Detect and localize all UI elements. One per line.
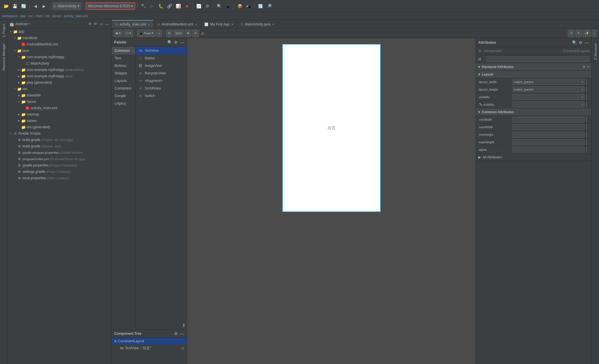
attr-minheight-value[interactable] (512, 132, 585, 138)
attr-maxheight-value[interactable] (512, 139, 585, 145)
tree-app[interactable]: ▾📁app (8, 28, 111, 35)
tree-mainactivity[interactable]: CMainActivity (8, 60, 111, 67)
project-gear-btn[interactable]: ⚙ (93, 21, 98, 27)
zoom-out-btn[interactable]: ⊖ (166, 30, 173, 37)
attr-layout-height-value[interactable]: match_parent ▾ (512, 87, 585, 92)
tree-layout[interactable]: ▾📁layout (8, 98, 111, 105)
palette-cat-common[interactable]: Common (112, 47, 135, 54)
bc-file[interactable]: activity_main.xml (64, 14, 88, 18)
palette-item-fragment[interactable]: <> <fragment> (135, 77, 187, 85)
palette-cat-widgets[interactable]: Widgets (112, 69, 135, 77)
attr-visibility-2-value[interactable]: ▾ (512, 102, 585, 107)
bc-src[interactable]: src (28, 14, 33, 18)
bc-app[interactable]: app (20, 14, 25, 18)
tree-androidmanifest[interactable]: 🔴AndroidManifest.xml (8, 41, 111, 47)
api-btn[interactable]: » (156, 30, 162, 37)
tab-close-activity-main[interactable]: ✕ (148, 23, 150, 26)
tree-gradle-scripts[interactable]: ▾⚙Gradle Scripts (8, 130, 111, 137)
palette-cat-text[interactable]: Text (112, 54, 135, 62)
search-everywhere-btn[interactable]: 🔎 (265, 2, 273, 10)
main-activity-dropdown[interactable]: ▷ MainActivity ▾ (52, 2, 81, 10)
save-btn[interactable]: 💾 (11, 2, 19, 10)
tab-close-mainactivity-java[interactable]: ✕ (272, 23, 274, 26)
constraints-btn[interactable]: ✎ (575, 30, 582, 37)
palette-item-switch[interactable]: ⊙ Switch (135, 92, 187, 100)
palette-item-button[interactable]: □ Button (135, 54, 187, 62)
common-attributes-section[interactable]: ▾ Common Attributes (476, 108, 591, 116)
tab-my-first-app[interactable]: ⬜ My First App ✕ (201, 20, 237, 28)
tree-build-gradle-project[interactable]: ⚙build.gradle (Project: My First App) (8, 137, 111, 143)
tree-gradle-properties[interactable]: ⚙gradle.properties (Project Properties) (8, 162, 111, 169)
tree-package-androidtest[interactable]: ▶📁com.example.myfirstapp (androidTest) (8, 67, 111, 73)
palette-search-btn[interactable]: 🔍 (167, 40, 172, 45)
profile-btn[interactable]: 📊 (174, 2, 182, 10)
structure-tab[interactable]: Z: Structure (593, 41, 598, 63)
tree-build-gradle-module[interactable]: ⚙build.gradle (Module: app) (8, 143, 111, 149)
declared-attributes-section[interactable]: ▾ Declared Attributes + − (476, 63, 591, 71)
declared-attr-add-btn[interactable]: + (582, 65, 585, 69)
project-close-btn[interactable]: — (105, 21, 110, 27)
cpu-profiler-btn[interactable]: ⚙ (204, 2, 211, 10)
sync-gradle-btn[interactable]: 🔃 (257, 2, 264, 10)
tree-res-generated[interactable]: 📁res (generated) (8, 124, 111, 130)
all-attributes-section[interactable]: ▶ All Attributes (476, 153, 591, 161)
device-manager-btn[interactable]: 📱 (224, 2, 232, 10)
project-tab[interactable]: 1: Project (1, 21, 6, 40)
android-dropdown-arrow[interactable]: ▾ (28, 22, 30, 25)
sync-btn[interactable]: 🔄 (20, 2, 27, 10)
tree-manifests[interactable]: ▾📁manifests (8, 35, 111, 41)
tree-res[interactable]: ▾📁res (8, 86, 111, 92)
palette-item-scrollview[interactable]: ≡ ScrollView (135, 85, 187, 92)
palette-cat-containers[interactable]: Containers (112, 85, 135, 92)
attr-id-input[interactable] (486, 56, 589, 62)
ct-gear-btn[interactable]: ⚙ (173, 331, 178, 336)
zoom-label-btn[interactable]: 50% (173, 30, 184, 37)
magic-btn[interactable]: ✨ (583, 30, 591, 37)
device-selector-btn[interactable]: 📱 Pixel ▾ (137, 30, 155, 37)
tab-androidmanifest[interactable]: ⊙ AndroidManifest.xml ✕ (154, 20, 201, 28)
avd-manager-btn[interactable]: 📲 (245, 2, 252, 10)
bc-res[interactable]: res (45, 14, 50, 18)
tab-close-androidmanifest[interactable]: ✕ (195, 23, 197, 26)
layout-section[interactable]: ▾ Layout (476, 71, 591, 78)
attr-minwidth-value[interactable] (512, 117, 585, 122)
bc-main[interactable]: main (36, 14, 43, 18)
tab-close-my-first-app[interactable]: ✕ (231, 23, 234, 26)
ct-textview[interactable]: Ab TextView - "自贡" ⚠ (112, 345, 187, 352)
tree-values[interactable]: ▶📁values (8, 118, 111, 124)
palette-cat-google[interactable]: Google (112, 92, 135, 100)
bc-workspace[interactable]: workspace (2, 14, 18, 18)
attr-maxwidth-value[interactable] (512, 124, 585, 130)
palette-cat-legacy[interactable]: Legacy (112, 100, 135, 107)
forward-btn[interactable]: ▶ (40, 2, 48, 10)
ct-constraint-layout[interactable]: ⊞ ConstraintLayout (112, 338, 187, 345)
project-settings-btn[interactable]: ≡ (99, 21, 104, 27)
zoom-in-btn[interactable]: ⊕ (185, 30, 191, 37)
download-btn[interactable]: ⬇ (182, 323, 186, 328)
palette-item-imageview[interactable]: 🖼 ImageView (135, 62, 187, 69)
tree-package-main[interactable]: ▾📁com.example.myfirstapp (8, 54, 111, 60)
design-mode-btn[interactable]: ◉ ▾ (113, 30, 123, 37)
tree-java[interactable]: ▾📁java (8, 47, 111, 54)
palette-gear-btn[interactable]: ⚙ (173, 40, 178, 45)
fit-btn[interactable]: ⊙ (192, 30, 199, 37)
infer-constraints-btn[interactable]: ↕ (592, 30, 598, 37)
tree-package-test[interactable]: ▶📁com.example.myfirstapp (test) (8, 73, 111, 79)
tab-activity-main-xml[interactable]: ⊙ activity_main.xml ✕ (112, 20, 154, 28)
tree-local-properties[interactable]: ⚙local.properties (SDK Location) (8, 175, 111, 181)
project-add-btn[interactable]: ⊕ (87, 21, 92, 27)
device-dropdown[interactable]: Micromax Micromax E7533 ▾ (86, 2, 135, 10)
back-btn[interactable]: ◀ (32, 2, 39, 10)
tree-java-generated[interactable]: ▶📁java (generated) (8, 79, 111, 86)
attr-close-btn[interactable]: — (584, 40, 589, 45)
palette-close-btn[interactable]: — (179, 40, 184, 45)
attr-alpha-value[interactable] (512, 147, 585, 153)
orientation-btn[interactable]: ↺ (568, 30, 574, 37)
tree-gradle-wrapper[interactable]: ⚙gradle-wrapper.properties (Gradle Versi… (8, 149, 111, 156)
resource-manager-tab[interactable]: Resource Manager (1, 41, 6, 74)
stop-btn[interactable]: ■ (183, 2, 190, 10)
memory-profiler-btn[interactable]: 📈 (195, 2, 202, 10)
palette-item-recyclerview[interactable]: ≡ RecyclerView (135, 69, 187, 77)
attr-layout-width-value[interactable]: match_parent ▾ (512, 79, 585, 85)
debug-btn[interactable]: 🐛 (157, 2, 164, 10)
